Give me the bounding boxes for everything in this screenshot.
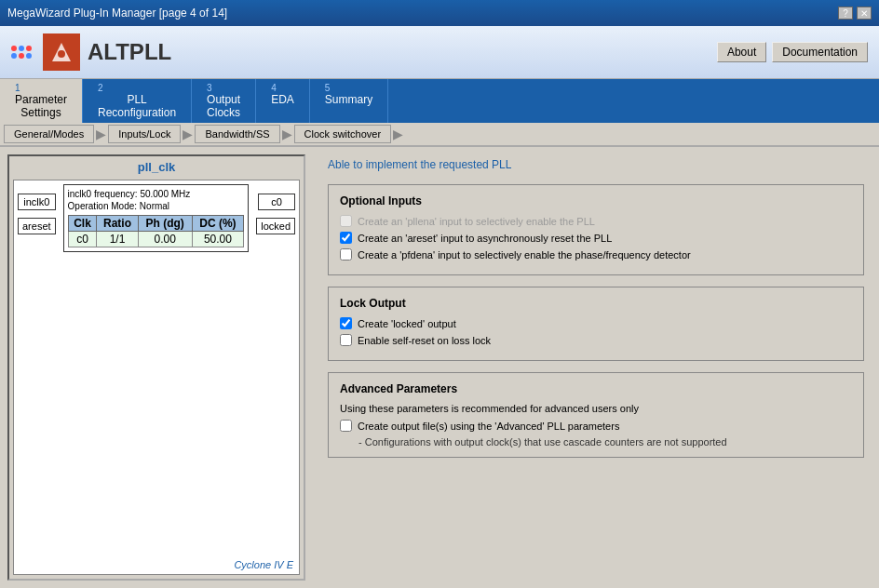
- tab1-num-1: 1: [15, 83, 20, 93]
- diagram-area: inclk0 areset inclk0 frequency: 50.000 M…: [13, 180, 300, 575]
- dot4: [11, 53, 17, 59]
- tab-output-clocks[interactable]: 3 Output Clocks: [192, 79, 256, 123]
- tab-inputs-lock[interactable]: Inputs/Lock: [108, 125, 181, 143]
- device-label: Cyclone IV E: [234, 559, 293, 570]
- advanced-params-group: Advanced Parameters Using these paramete…: [328, 372, 864, 458]
- header-buttons: About Documentation: [717, 42, 868, 62]
- advanced-param-note: - Configurations with output clock(s) th…: [358, 436, 852, 448]
- logo-dots: [11, 46, 32, 59]
- optional-input-1-checkbox[interactable]: [340, 215, 352, 227]
- dot2: [19, 46, 24, 51]
- tab-general-modes[interactable]: General/Modes: [4, 125, 94, 143]
- close-button[interactable]: ✕: [857, 7, 872, 20]
- tab1-label1-5: Summary: [325, 93, 372, 106]
- table-row: c0 1/1 0.00 50.00: [68, 232, 244, 247]
- about-button[interactable]: About: [717, 42, 766, 62]
- dot1: [11, 46, 17, 51]
- lock-output-2-row: Enable self-reset on loss lock: [340, 334, 852, 346]
- optional-input-2-label: Create an 'areset' input to asynchronous…: [358, 233, 612, 244]
- diagram-inner: inclk0 areset inclk0 frequency: 50.000 M…: [18, 184, 295, 570]
- th-ratio: Ratio: [97, 216, 138, 232]
- pll-mode: Operation Mode: Normal: [68, 201, 245, 211]
- lock-output-2-checkbox[interactable]: [340, 334, 352, 346]
- tab-bandwidth-ss[interactable]: Bandwidth/SS: [195, 125, 279, 143]
- tab1-num-2: 2: [98, 83, 103, 93]
- status-text: Able to implement the requested PLL: [328, 158, 864, 171]
- tab-summary[interactable]: 5 Summary: [310, 79, 388, 123]
- th-clk: Clk: [68, 216, 97, 232]
- input-inclk0: inclk0: [18, 194, 56, 210]
- tab1-label2-4: [281, 106, 284, 119]
- signal-inputs: inclk0 areset: [18, 194, 56, 234]
- arrow-sep-4: ▶: [393, 127, 403, 141]
- tab1-label2-3: Clocks: [207, 106, 240, 119]
- optional-input-1-row: Create an 'pllena' input to selectively …: [340, 215, 852, 227]
- lock-output-1-row: Create 'locked' output: [340, 317, 852, 329]
- output-c0: c0: [258, 194, 295, 210]
- lock-output-1-label: Create 'locked' output: [358, 318, 456, 329]
- cell-clk: c0: [68, 232, 97, 247]
- optional-input-2-row: Create an 'areset' input to asynchronous…: [340, 232, 852, 244]
- logo-title: ALTPLL: [88, 39, 171, 65]
- tab1-label1-3: Output: [207, 93, 240, 106]
- optional-input-1-label: Create an 'pllena' input to selectively …: [358, 216, 595, 227]
- cell-ph: 0.00: [138, 232, 192, 247]
- advanced-params-label: Advanced Parameters: [340, 382, 852, 395]
- tab-eda[interactable]: 4 EDA: [256, 79, 310, 123]
- optional-input-3-row: Create a 'pfdena' input to selectively e…: [340, 248, 852, 261]
- header: ALTPLL About Documentation: [0, 26, 879, 79]
- lock-output-group: Lock Output Create 'locked' output Enabl…: [328, 287, 864, 361]
- optional-inputs-group: Optional Inputs Create an 'pllena' input…: [328, 184, 864, 275]
- dot3: [26, 46, 32, 51]
- advanced-param-1-label: Create output file(s) using the 'Advance…: [358, 421, 619, 432]
- optional-inputs-label: Optional Inputs: [340, 194, 852, 207]
- title-text: MegaWizard Plug-In Manager [page 4 of 14…: [7, 7, 227, 20]
- tab1-label1-1: Parameter: [15, 93, 67, 106]
- diagram-title: pll_clk: [13, 160, 300, 174]
- optional-input-3-checkbox[interactable]: [340, 248, 352, 261]
- tab1-label1-4: EDA: [271, 93, 294, 106]
- pll-freq: inclk0 frequency: 50.000 MHz: [68, 189, 245, 199]
- logo-icon: [43, 33, 80, 71]
- input-areset: areset: [18, 218, 56, 234]
- logo-area: ALTPLL: [11, 33, 171, 71]
- dot6: [26, 53, 32, 59]
- th-dc: DC (%): [192, 216, 244, 232]
- help-button[interactable]: ?: [838, 7, 853, 20]
- signal-outputs: c0 locked: [256, 194, 295, 234]
- arrow-sep-1: ▶: [96, 127, 106, 141]
- tab1-label2-5: [347, 106, 350, 119]
- tabs-row1: 1 Parameter Settings 2 PLL Reconfigurati…: [0, 79, 879, 123]
- title-controls: ? ✕: [838, 7, 872, 20]
- arrow-sep-3: ▶: [282, 127, 292, 141]
- optional-input-2-checkbox[interactable]: [340, 232, 352, 244]
- lock-output-2-label: Enable self-reset on loss lock: [358, 335, 491, 346]
- cell-ratio: 1/1: [97, 232, 138, 247]
- optional-input-3-label: Create a 'pfdena' input to selectively e…: [358, 249, 691, 261]
- documentation-button[interactable]: Documentation: [772, 42, 868, 62]
- th-ph: Ph (dg): [138, 216, 192, 232]
- tab1-label2-2: Reconfiguration: [98, 106, 176, 119]
- tab-parameter-settings[interactable]: 1 Parameter Settings: [0, 79, 83, 123]
- advanced-params-desc: Using these parameters is recommended fo…: [340, 403, 852, 414]
- title-bar: MegaWizard Plug-In Manager [page 4 of 14…: [0, 0, 879, 26]
- output-locked: locked: [256, 218, 295, 234]
- tab1-label1-2: PLL: [127, 93, 146, 106]
- pll-table: Clk Ratio Ph (dg) DC (%) c0 1/1 0.00: [68, 215, 245, 247]
- right-panel: Able to implement the requested PLL Opti…: [313, 147, 879, 588]
- tab1-label2-1: Settings: [20, 106, 61, 119]
- lock-output-1-checkbox[interactable]: [340, 317, 352, 329]
- left-panel: pll_clk inclk0 areset inclk0 frequency: …: [7, 154, 305, 581]
- arrow-sep-2: ▶: [183, 127, 193, 141]
- tab-clock-switchover[interactable]: Clock switchover: [294, 125, 392, 143]
- tab1-num-4: 4: [271, 83, 277, 93]
- tab1-num-3: 3: [207, 83, 212, 93]
- svg-point-2: [58, 50, 65, 58]
- dot5: [19, 53, 24, 59]
- advanced-param-1-row: Create output file(s) using the 'Advance…: [340, 420, 852, 432]
- tabs-row2: General/Modes ▶ Inputs/Lock ▶ Bandwidth/…: [0, 123, 879, 147]
- pll-center: inclk0 frequency: 50.000 MHz Operation M…: [63, 184, 250, 252]
- tab-pll-reconfig[interactable]: 2 PLL Reconfiguration: [83, 79, 192, 123]
- advanced-param-1-checkbox[interactable]: [340, 420, 352, 432]
- tab1-num-5: 5: [325, 83, 331, 93]
